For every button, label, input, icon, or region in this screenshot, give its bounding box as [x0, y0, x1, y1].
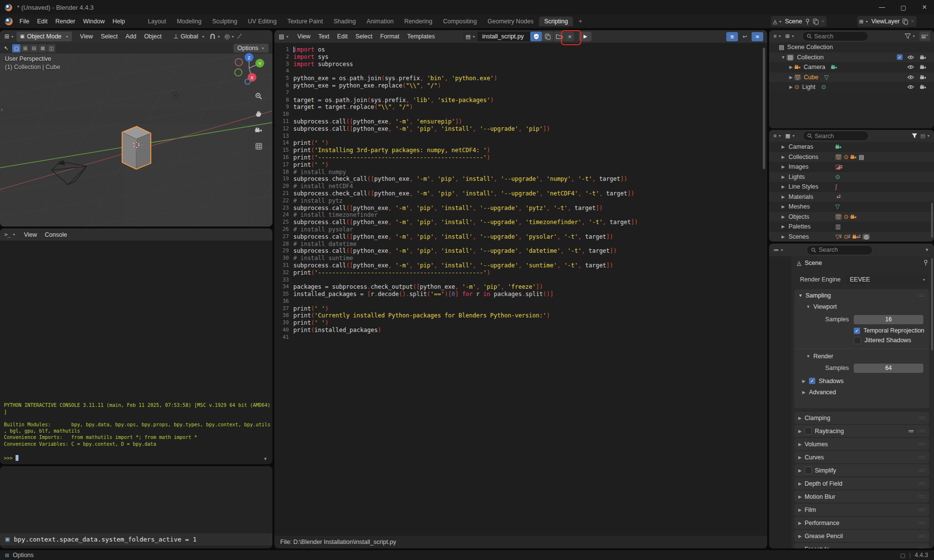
code-line[interactable]: 41 — [274, 334, 761, 341]
code-line[interactable]: 1import os — [274, 46, 761, 53]
cam-icon[interactable] — [920, 75, 926, 80]
code-line[interactable]: 10 — [274, 111, 761, 118]
expander-icon[interactable]: ▶ — [780, 214, 787, 219]
syntax-highlight-toggle[interactable]: ≋ — [752, 32, 763, 41]
new-text-button[interactable] — [542, 32, 553, 41]
expander-icon[interactable]: ▶ — [780, 155, 787, 159]
panel-grip-icon[interactable]: ∷∷ — [918, 468, 925, 473]
code-line[interactable]: 34packages = subprocess.check_output([py… — [274, 283, 761, 291]
expand-icon[interactable]: ▶ — [802, 390, 806, 395]
viewport-menu-add[interactable]: Add — [122, 32, 140, 41]
code-line[interactable]: 25subprocess.call([python_exe, '-m', 'pi… — [274, 219, 761, 226]
zoom-icon[interactable] — [255, 92, 262, 100]
blend-file-mode-button[interactable]: ▦▼ — [784, 132, 796, 140]
panel-curves[interactable]: ▶Curves∷∷ — [794, 451, 929, 463]
code-line[interactable]: 15print('Installing 3rd-party packages: … — [274, 147, 761, 154]
render-engine-dropdown[interactable]: EEVEE ▼ — [845, 275, 929, 284]
info-log-row[interactable]: ▣ bpy.context.space_data.system_folders_… — [0, 533, 272, 545]
code-line[interactable]: 11subprocess.call([python_exe, '-m', 'en… — [274, 118, 761, 125]
menu-file[interactable]: File — [16, 17, 33, 26]
expand-icon[interactable]: ▶ — [798, 416, 802, 420]
datablock-row-lights[interactable]: ▶Lights⊙ — [769, 172, 934, 182]
outliner-row-cube[interactable]: ▶▽Cube▽ — [769, 72, 934, 82]
select-mode-intersect-button[interactable]: ◫ — [47, 44, 55, 52]
select-tool-icon[interactable]: ↖ — [4, 46, 8, 51]
panel-grip-icon[interactable]: ∷∷ — [918, 494, 925, 499]
shadows-checkbox[interactable]: ✓ — [809, 378, 815, 384]
grid-ortho-icon[interactable] — [255, 143, 262, 150]
viewport-subpanel-title[interactable]: Viewport — [813, 303, 837, 310]
datablock-row-images[interactable]: ▶Images◪2 — [769, 162, 934, 172]
chevron-down-icon[interactable]: ▼ — [925, 248, 929, 252]
editor-type-button[interactable]: ⊞▼ — [3, 33, 16, 40]
code-line[interactable]: 2import sys — [274, 53, 761, 61]
code-area[interactable]: 1import os2import sys3import subprocess4… — [274, 46, 761, 341]
properties-search[interactable]: Search — [807, 245, 873, 255]
code-line[interactable]: 35installed_packages = [r.decode().split… — [274, 291, 761, 298]
python-console[interactable]: >_▼ ViewConsole PYTHON INTERACTIVE CONSO… — [0, 228, 272, 464]
workspace-tab-scripting[interactable]: Scripting — [539, 17, 574, 26]
advanced-label[interactable]: Advanced — [809, 389, 836, 396]
outliner-search[interactable]: Search — [802, 31, 868, 41]
datablock-row-objects[interactable]: ▶Objects▽⊙ — [769, 212, 934, 222]
outliner-row-collection[interactable]: ▼▤Collection✓ — [769, 52, 934, 62]
cam-icon[interactable] — [920, 85, 926, 89]
properties-editor[interactable]: ≔▼ Search ▼ ⊡▣▤⊞◬◍▦▢⊛∴◉⊗▽◑ ◬ Scene Rende… — [769, 244, 934, 548]
viewport-3d[interactable]: ⊞▼ ▣ Object Mode▼ ViewSelectAddObject ⊥ … — [0, 30, 272, 227]
text-menu-format[interactable]: Format — [376, 32, 403, 41]
code-line[interactable]: 31subprocess.call([python_exe, '-m', 'pi… — [274, 262, 761, 269]
text-menu-text[interactable]: Text — [314, 32, 333, 41]
navigation-gizmo[interactable]: Z Y X — [234, 51, 266, 85]
close-button[interactable]: × — [915, 0, 934, 15]
minimize-button[interactable]: — — [872, 0, 892, 15]
eye-icon[interactable] — [907, 55, 914, 60]
info-editor[interactable]: ▣ bpy.context.space_data.system_folders_… — [0, 466, 272, 548]
code-line[interactable]: 22# install pytz — [274, 197, 761, 205]
panel-motion-blur[interactable]: ▶Motion Blur∷∷ — [794, 490, 929, 503]
blendfile-search[interactable]: Search — [803, 131, 869, 141]
simplify-checkbox[interactable]: ✓ — [805, 467, 812, 474]
pan-hand-icon[interactable] — [255, 110, 262, 117]
code-line[interactable]: 17print(' ') — [274, 161, 761, 169]
code-line[interactable]: 12subprocess.call([python_exe, '-m', 'pi… — [274, 125, 761, 133]
workspace-tab-sculpting[interactable]: Sculpting — [207, 17, 242, 26]
code-line[interactable]: 38print('Currently installed Python-pack… — [274, 312, 761, 319]
code-line[interactable]: 14print(' ') — [274, 140, 761, 147]
expand-icon[interactable]: ▶ — [798, 442, 802, 447]
workspace-tab-layout[interactable]: Layout — [143, 17, 172, 26]
code-line[interactable]: 7 — [274, 89, 761, 97]
code-line[interactable]: 5python_exe = os.path.join(sys.prefix, '… — [274, 75, 761, 82]
panel-clamping[interactable]: ▶Clamping∷∷ — [794, 412, 929, 424]
view-layer-name[interactable]: ViewLayer — [871, 18, 899, 25]
datablock-row-scenes[interactable]: ▶Scenes▽2⊙22◍ — [769, 232, 934, 242]
expander-icon[interactable]: ▶ — [788, 65, 794, 70]
editor-type-button[interactable]: ≡▼ — [772, 132, 783, 140]
expander-icon[interactable]: ▶ — [780, 224, 787, 229]
workspace-tab-texture-paint[interactable]: Texture Paint — [282, 17, 328, 26]
viewport-menu-select[interactable]: Select — [97, 32, 122, 41]
code-line[interactable]: 4 — [274, 68, 761, 75]
copy-icon[interactable] — [813, 18, 819, 25]
expander-icon[interactable]: ▶ — [780, 234, 787, 239]
cam-icon[interactable] — [920, 55, 926, 60]
view-layer-selector[interactable]: ⊞▼ ViewLayer × — [857, 16, 916, 27]
blendfile-scrollbar[interactable] — [931, 203, 933, 238]
statusbar-options-label[interactable]: Options — [13, 552, 34, 559]
panel-grip-icon[interactable]: ∷∷ — [918, 415, 925, 420]
eye-icon[interactable] — [907, 75, 914, 80]
menu-edit[interactable]: Edit — [33, 17, 52, 26]
expand-icon[interactable]: ▼ — [806, 354, 810, 359]
workspace-tab-rendering[interactable]: Rendering — [399, 17, 438, 26]
panel-film[interactable]: ▶Film∷∷ — [794, 504, 929, 516]
code-line[interactable]: 24# install timezonefinder — [274, 211, 761, 219]
panel-grip-icon[interactable]: ∷∷ — [918, 293, 925, 298]
text-menu-select[interactable]: Select — [352, 32, 377, 41]
text-editor[interactable]: ▤▼ ViewTextEditSelectFormatTemplates ▤▼ … — [274, 30, 767, 548]
menu-help[interactable]: Help — [108, 17, 129, 26]
register-shield-toggle[interactable] — [530, 32, 542, 41]
text-datablock-browse-button[interactable]: ▤▼ — [463, 32, 478, 41]
outliner-row-camera[interactable]: ▶Camera — [769, 62, 934, 72]
code-line[interactable]: 36 — [274, 298, 761, 305]
camera-view-icon[interactable] — [255, 127, 262, 133]
workspace-tab-animation[interactable]: Animation — [361, 17, 399, 26]
